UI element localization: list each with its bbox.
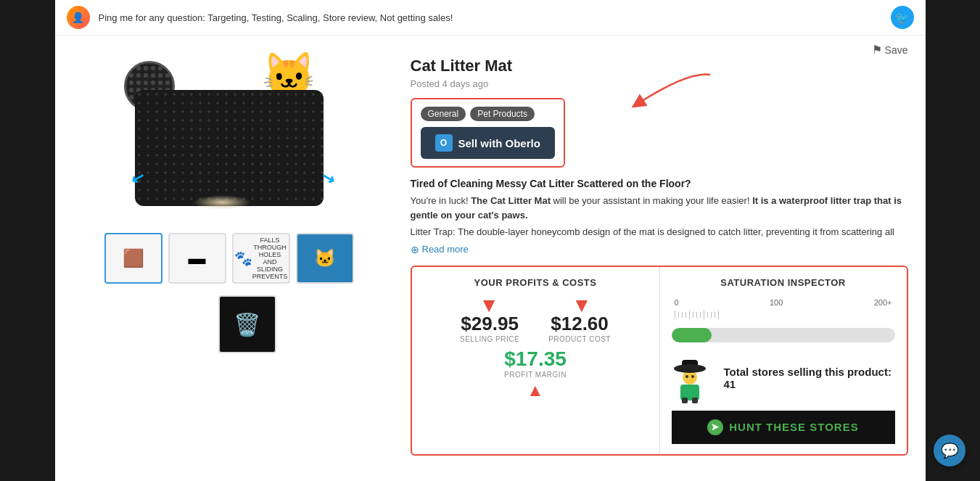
thumbnails-row: 🟫 ▬ 🐾 FALLS THROUGH HOLES AND SLIDING PR… xyxy=(70,233,389,284)
tags-row: General Pet Products xyxy=(421,107,555,121)
details-panel: Save Cat Litter Mat Posted 4 days ago Ge… xyxy=(403,36,926,481)
product-title: Cat Litter Mat xyxy=(411,57,908,75)
progress-bar-fill xyxy=(672,328,712,342)
detective-icon xyxy=(672,353,715,403)
posted-time: Posted 4 days ago xyxy=(411,78,908,89)
thumbnail-2[interactable]: ▬ xyxy=(168,233,226,284)
product-cost-label: PRODUCT COST xyxy=(548,335,611,343)
svg-rect-7 xyxy=(692,398,698,403)
thumbnail-bottom[interactable]: 🗑️ xyxy=(218,295,276,353)
sell-area: General Pet Products O Sell with Oberlo xyxy=(411,98,565,168)
hunt-arrow-icon: ➤ xyxy=(707,419,723,435)
mat-body xyxy=(135,90,324,206)
twitter-icon[interactable]: 🐦 xyxy=(891,6,914,29)
hunt-stores-button[interactable]: ➤ HUNT THESE STORES xyxy=(672,411,895,444)
profit-margin-value: $17.35 xyxy=(424,348,648,371)
svg-point-9 xyxy=(691,375,694,378)
selling-price-value: $29.95 xyxy=(460,313,519,335)
bottom-panels: YOUR PROFITS & COSTS ▼ ▼ $29.95 SELLING … xyxy=(411,266,908,456)
top-bar: 👤 Ping me for any question: Targeting, T… xyxy=(55,0,926,36)
scale-container: 0 100 200+ xyxy=(672,298,895,321)
svg-rect-6 xyxy=(682,398,688,403)
description-truncated: Litter Trap: The double-layer honeycomb … xyxy=(411,225,908,239)
sell-area-wrapper: General Pet Products O Sell with Oberlo xyxy=(411,89,565,168)
bottom-saturation: Total stores selling this product: 41 xyxy=(672,353,895,403)
thumbnail-1[interactable]: 🟫 xyxy=(104,233,162,284)
prices-row: $29.95 SELLING PRICE $12.60 PRODUCT COST xyxy=(424,313,648,343)
profits-title: YOUR PROFITS & COSTS xyxy=(424,277,648,288)
profit-up-arrow: ▲ xyxy=(424,382,648,399)
description-body-text: You're in luck! The Cat Litter Mat will … xyxy=(411,195,902,221)
tag-general: General xyxy=(421,107,466,121)
images-panel: 🐱 ↙ ↘ 🟫 ▬ 🐾 FALLS THRO xyxy=(55,36,403,481)
content-area: 🐱 ↙ ↘ 🟫 ▬ 🐾 FALLS THRO xyxy=(55,36,926,481)
description-headline: Tired of Cleaning Messy Cat Litter Scatt… xyxy=(411,178,908,189)
chat-icon: 💬 xyxy=(941,442,959,459)
read-more-row: Read more xyxy=(411,244,908,255)
hunt-button-label: HUNT THESE STORES xyxy=(729,421,858,433)
product-cost-value: $12.60 xyxy=(548,313,611,335)
main-product-image: 🐱 ↙ ↘ xyxy=(113,43,345,224)
profit-margin-label: PROFIT MARGIN xyxy=(424,371,648,379)
stores-count-text: Total stores selling this product: 41 xyxy=(724,366,895,390)
saturation-panel: SATURATION INSPECTOR 0 100 200+ xyxy=(660,267,907,454)
svg-point-4 xyxy=(674,364,706,373)
tag-pet-products: Pet Products xyxy=(470,107,535,121)
sell-button-label: Sell with Oberlo xyxy=(458,137,540,149)
profits-panel: YOUR PROFITS & COSTS ▼ ▼ $29.95 SELLING … xyxy=(412,267,660,454)
thumbnail-3[interactable]: 🐾 FALLS THROUGH HOLES AND SLIDING PREVEN… xyxy=(232,233,290,284)
product-cost-item: $12.60 PRODUCT COST xyxy=(548,313,611,343)
scale-min: 0 xyxy=(675,298,679,307)
scale-max: 200+ xyxy=(874,298,892,307)
chat-bubble-button[interactable]: 💬 xyxy=(934,435,965,466)
selling-price-item: $29.95 SELLING PRICE xyxy=(460,313,519,343)
read-more-button[interactable]: Read more xyxy=(411,244,469,255)
main-container: 👤 Ping me for any question: Targeting, T… xyxy=(55,0,926,481)
oberlo-icon: O xyxy=(435,134,453,152)
svg-point-8 xyxy=(685,375,688,378)
scale-mid: 100 xyxy=(770,298,783,307)
profit-margin-row: $17.35 PROFIT MARGIN xyxy=(424,348,648,379)
mat-grid xyxy=(135,90,324,206)
selling-price-label: SELLING PRICE xyxy=(460,335,519,343)
detective-svg xyxy=(672,353,708,403)
scale-numbers: 0 100 200+ xyxy=(675,298,892,307)
description-body: You're in luck! The Cat Litter Mat will … xyxy=(411,194,908,222)
sell-with-oberlo-button[interactable]: O Sell with Oberlo xyxy=(421,127,555,159)
save-button[interactable]: Save xyxy=(872,43,908,57)
saturation-progress-bar xyxy=(672,328,895,342)
top-bar-message: Ping me for any question: Targeting, Tes… xyxy=(99,12,882,23)
tick-marks xyxy=(675,309,892,321)
cat-mat-visual: 🐱 ↙ ↘ xyxy=(120,54,338,213)
litter-spill xyxy=(193,195,251,210)
thumbnail-4[interactable]: 🐱 xyxy=(296,233,354,284)
avatar: 👤 xyxy=(67,6,90,29)
saturation-title: SATURATION INSPECTOR xyxy=(672,277,895,288)
